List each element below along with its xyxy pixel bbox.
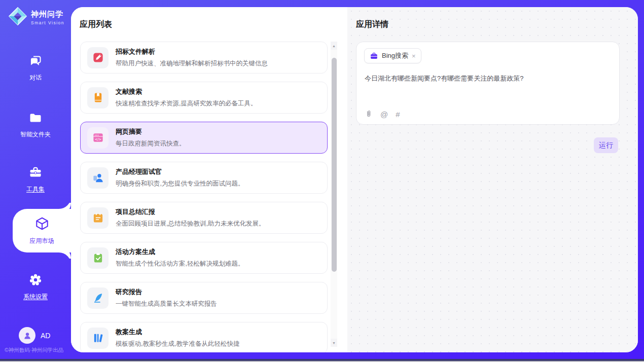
brand-subtitle: Smart Vision — [31, 20, 64, 25]
list-item-event-plan[interactable]: 活动方案生成 智能生成个性化活动方案,轻松解决规划难题。 — [80, 242, 328, 274]
chat-icon — [28, 54, 43, 70]
book-icon — [87, 87, 109, 108]
list-item-literature-search[interactable]: 文献搜索 快速精准查找学术资源,提高研究效率的必备工具。 — [80, 82, 328, 114]
folder-icon — [28, 111, 43, 127]
app-detail-panel: 应用详情 Bing搜索 × 今日湖北有哪些新闻要点?有哪些需要关注的最新政策? — [347, 7, 638, 352]
sidebar-item-settings[interactable]: 系统设置 — [0, 273, 71, 301]
brand-logo: 神州问学 Smart Vision — [8, 7, 64, 28]
app-desc: 全面回顾项目进展,总结经验教训,助力未来优化发展。 — [116, 220, 265, 228]
gear-icon — [28, 273, 43, 289]
app-name: 教案生成 — [116, 328, 239, 337]
hash-icon[interactable]: # — [396, 110, 400, 119]
app-list-title: 应用列表 — [80, 19, 112, 30]
app-desc: 每日政府新闻资讯快查。 — [116, 139, 186, 148]
app-shell: 神州问学 Smart Vision 对话 智能文件夹 — [0, 0, 644, 362]
scrollbar-thumb[interactable] — [332, 58, 337, 272]
scroll-up-button[interactable]: ▲ — [331, 42, 337, 50]
tool-tag-bing-search[interactable]: Bing搜索 × — [364, 48, 421, 63]
app-detail-title: 应用详情 — [356, 19, 388, 30]
copyright-text: ©神州数码·神州问学出品 — [5, 347, 63, 354]
books-icon — [87, 328, 109, 349]
main-content: 应用列表 招标文件解析 帮助用户快速、准确地理解和解析招标书中的关键信息 — [71, 7, 638, 352]
user-chip[interactable]: AD — [19, 327, 50, 344]
sidebar-item-label: 智能文件夹 — [20, 130, 51, 139]
report-note-icon — [87, 207, 109, 229]
diamond-logo-icon — [8, 7, 27, 28]
sidebar-item-app-market[interactable]: 应用市场 — [13, 209, 71, 252]
app-desc: 一键智能生成高质量长文本研究报告 — [116, 300, 217, 308]
briefcase-icon — [370, 52, 378, 60]
prompt-input-card[interactable]: Bing搜索 × 今日湖北有哪些新闻要点?有哪些需要关注的最新政策? @ # — [356, 42, 620, 125]
user-label: AD — [41, 332, 50, 340]
app-list-panel: 应用列表 招标文件解析 帮助用户快速、准确地理解和解析招标书中的关键信息 — [71, 7, 347, 352]
app-name: 活动方案生成 — [116, 247, 244, 257]
avatar — [19, 327, 35, 344]
research-pen-icon — [87, 287, 109, 309]
app-desc: 明确身份和职责,为您提供专业性的面试问题。 — [116, 179, 244, 188]
svg-text:</>: </> — [94, 137, 101, 141]
attachment-toolbar: @ # — [365, 110, 400, 119]
list-item-research-report[interactable]: 研究报告 一键智能生成高质量长文本研究报告 — [80, 282, 328, 314]
sidebar-item-label: 工具集 — [26, 185, 45, 194]
scroll-down-button[interactable]: ▼ — [331, 339, 337, 347]
paperclip-icon[interactable] — [365, 110, 373, 119]
close-icon[interactable]: × — [412, 53, 416, 59]
app-name: 研究报告 — [116, 287, 217, 297]
mention-icon[interactable]: @ — [380, 110, 388, 119]
clipboard-check-icon — [87, 247, 109, 269]
tool-tag-label: Bing搜索 — [382, 51, 408, 60]
app-desc: 帮助用户快速、准确地理解和解析招标书中的关键信息 — [116, 59, 268, 68]
app-desc: 快速精准查找学术资源,提高研究效率的必备工具。 — [116, 99, 257, 108]
sidebar-item-label: 系统设置 — [23, 293, 48, 301]
app-desc: 智能生成个性化活动方案,轻松解决规划难题。 — [116, 260, 244, 268]
browser-icon: </> — [87, 127, 109, 149]
doc-edit-icon — [87, 47, 109, 68]
run-button[interactable]: 运行 — [594, 137, 618, 153]
sidebar-item-toolset[interactable]: 工具集 — [0, 165, 71, 194]
list-item-lesson-plan[interactable]: 教案生成 模板驱动,教案秒生成,教学准备从此轻松快捷 — [80, 322, 328, 352]
app-name: 网页摘要 — [116, 127, 186, 136]
sidebar-item-smart-folder[interactable]: 智能文件夹 — [0, 111, 71, 139]
list-item-bid-parse[interactable]: 招标文件解析 帮助用户快速、准确地理解和解析招标书中的关键信息 — [80, 42, 328, 74]
list-item-pm-interviewer[interactable]: 产品经理面试官 明确身份和职责,为您提供专业性的面试问题。 — [80, 162, 328, 194]
query-text: 今日湖北有哪些新闻要点?有哪些需要关注的最新政策? — [365, 74, 608, 84]
interviewer-icon — [87, 167, 109, 189]
list-scrollbar: ▲ ▼ — [331, 42, 337, 347]
sidebar-item-label: 应用市场 — [30, 237, 54, 245]
app-name: 产品经理面试官 — [116, 167, 244, 176]
sidebar-item-label: 对话 — [29, 74, 42, 82]
sidebar-item-chat[interactable]: 对话 — [0, 54, 71, 82]
toolbox-icon — [28, 165, 43, 182]
sidebar: 神州问学 Smart Vision 对话 智能文件夹 — [0, 0, 71, 359]
app-name: 文献搜索 — [116, 87, 257, 96]
list-item-web-summary[interactable]: </> 网页摘要 每日政府新闻资讯快查。 — [80, 122, 328, 154]
app-desc: 模板驱动,教案秒生成,教学准备从此轻松快捷 — [116, 340, 239, 348]
brand-name: 神州问学 — [31, 10, 64, 19]
cube-icon — [34, 216, 50, 233]
app-name: 项目总结汇报 — [116, 207, 265, 216]
app-list: 招标文件解析 帮助用户快速、准确地理解和解析招标书中的关键信息 文献搜索 — [80, 42, 328, 352]
app-name: 招标文件解析 — [116, 47, 268, 56]
list-item-project-summary[interactable]: 项目总结汇报 全面回顾项目进展,总结经验教训,助力未来优化发展。 — [80, 202, 328, 234]
